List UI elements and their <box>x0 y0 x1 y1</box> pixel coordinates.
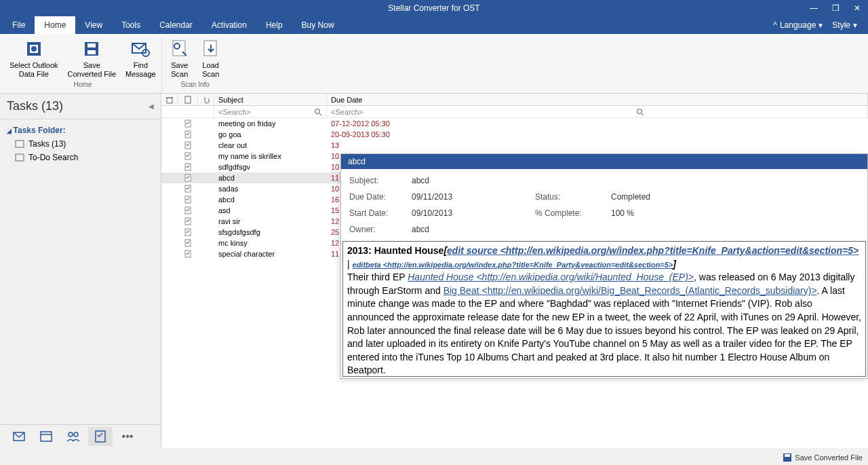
menu-activation[interactable]: Activation <box>202 16 256 34</box>
tree-root-tasks-folder[interactable]: Tasks Folder: <box>7 124 154 137</box>
menu-file[interactable]: File <box>3 16 35 34</box>
minimize-button[interactable]: — <box>807 3 821 13</box>
task-subject: sfsgdsfgsdfg <box>214 227 327 238</box>
people-icon <box>66 430 81 443</box>
mail-nav-button[interactable] <box>7 427 31 446</box>
task-subject: abcd <box>214 194 327 205</box>
task-row[interactable]: meeting on friday07-12-2012 05:30 <box>161 118 868 129</box>
load-scan-icon <box>200 38 222 60</box>
editbeta-link[interactable]: editbeta <http://en.wikipedia.org/w/inde… <box>353 261 673 269</box>
ellipsis-icon: ••• <box>122 430 134 443</box>
tasks-heading: Tasks (13) <box>7 99 63 113</box>
close-button[interactable]: ✕ <box>850 3 864 13</box>
select-outlook-data-file-button[interactable]: Select Outlook Data File <box>5 37 62 79</box>
svg-point-16 <box>68 432 73 436</box>
start-date-value: 09/10/2013 <box>412 208 534 218</box>
task-due-date: 13 <box>327 140 868 151</box>
svg-rect-11 <box>16 141 24 147</box>
mail-icon <box>12 430 26 443</box>
save-converted-file-button[interactable]: Save Converted File <box>64 37 121 79</box>
save-icon <box>81 38 102 60</box>
search-icon <box>314 108 322 116</box>
detail-body[interactable]: 2013: Haunted House[edit source <http://… <box>342 241 866 377</box>
task-item-icon <box>184 185 192 193</box>
attachment-column-header[interactable] <box>198 94 214 105</box>
contacts-nav-button[interactable] <box>61 427 85 446</box>
type-column-header[interactable] <box>178 94 198 105</box>
due-date-search-input[interactable]: <Search> <box>327 106 868 117</box>
ribbon-group-scan-info: Save Scan Load Scan Scan Info <box>163 37 227 93</box>
task-item-icon <box>184 228 192 236</box>
svg-rect-19 <box>167 98 172 103</box>
owner-label: Owner: <box>349 225 410 234</box>
edit-source-link[interactable]: edit source <http://en.wikipedia.org/w/i… <box>447 245 859 256</box>
language-dropdown[interactable]: ^ Language ▾ <box>773 20 823 30</box>
list-header: Subject Due Date <box>161 94 868 106</box>
task-folder-icon <box>15 139 24 149</box>
load-scan-button[interactable]: Load Scan <box>196 37 226 79</box>
left-panel-header: Tasks (13) ◀ <box>0 94 161 119</box>
menu-home[interactable]: Home <box>35 16 75 34</box>
menu-tools[interactable]: Tools <box>112 16 150 34</box>
collapse-panel-button[interactable]: ◀ <box>149 103 154 110</box>
delete-column-header[interactable] <box>161 94 178 105</box>
task-row[interactable]: go goa20-09-2013 05:30 <box>161 129 868 140</box>
find-message-button[interactable]: Find Message <box>121 37 160 79</box>
task-subject: my name is skrillex <box>214 151 327 162</box>
task-item-icon <box>184 206 192 215</box>
search-row: <Search> <Search> <box>161 106 868 118</box>
menu-bar: File Home View Tools Calendar Activation… <box>0 16 868 34</box>
calendar-nav-button[interactable] <box>34 427 58 446</box>
save-scan-icon <box>169 38 191 60</box>
save-scan-button[interactable]: Save Scan <box>165 37 195 79</box>
big-beat-link[interactable]: Big Beat <http://en.wikipedia.org/wiki/B… <box>443 285 817 296</box>
task-item-icon <box>184 163 192 171</box>
left-navigation-panel: Tasks (13) ◀ Tasks Folder: Tasks (13) To… <box>0 94 161 448</box>
ribbon-group-home: Select Outlook Data File Save Converted … <box>4 37 162 93</box>
status-bar: Save Converted File <box>777 450 868 465</box>
due-date-value: 09/11/2013 <box>412 192 534 202</box>
menu-view[interactable]: View <box>75 16 112 34</box>
task-subject: ravi sir <box>214 216 327 227</box>
status-label: Status: <box>535 192 610 202</box>
tasks-nav-button[interactable] <box>88 427 113 446</box>
task-due-date: 07-12-2012 05:30 <box>327 118 868 129</box>
tasks-icon <box>94 430 107 443</box>
tree-item-todo-search[interactable]: To-Do Search <box>7 151 154 164</box>
svg-rect-21 <box>185 96 191 103</box>
task-item-icon <box>184 196 192 204</box>
style-dropdown[interactable]: Style ▾ <box>832 20 857 30</box>
maximize-button[interactable]: ❐ <box>829 3 842 13</box>
bottom-navigation: ••• <box>0 424 161 448</box>
task-subject: clear out <box>214 140 327 151</box>
due-date-column-header[interactable]: Due Date <box>327 94 868 105</box>
status-text[interactable]: Save Converted File <box>795 453 863 462</box>
menu-buy-now[interactable]: Buy Now <box>292 16 344 34</box>
chevron-down-icon: ▾ <box>818 20 823 30</box>
detail-title: abcd <box>341 154 867 169</box>
task-detail-panel: abcd Subject: abcd Due Date: 09/11/2013 … <box>340 153 868 379</box>
save-icon <box>783 453 792 462</box>
svg-rect-18 <box>96 431 105 442</box>
svg-rect-4 <box>87 43 96 48</box>
svg-rect-14 <box>41 432 52 441</box>
subject-search-input[interactable]: <Search> <box>214 106 327 117</box>
outlook-file-icon <box>23 38 45 60</box>
detail-fields: Subject: abcd Due Date: 09/11/2013 Statu… <box>341 169 867 241</box>
task-subject: special character <box>214 248 327 259</box>
tree-item-tasks[interactable]: Tasks (13) <box>7 137 154 151</box>
percent-complete-value: 100 % <box>611 208 719 218</box>
svg-line-23 <box>319 113 321 115</box>
haunted-house-link[interactable]: Haunted House <http://en.wikipedia.org/w… <box>408 272 694 282</box>
subject-column-header[interactable]: Subject <box>214 94 327 105</box>
more-nav-button[interactable]: ••• <box>115 427 140 446</box>
menu-calendar[interactable]: Calendar <box>150 16 202 34</box>
menu-help[interactable]: Help <box>256 16 292 34</box>
calendar-icon <box>39 430 53 443</box>
task-row[interactable]: clear out13 <box>161 140 868 151</box>
title-bar: Stellar Converter for OST — ❐ ✕ <box>0 0 868 16</box>
search-folder-icon <box>15 153 24 162</box>
subject-label: Subject: <box>349 176 410 185</box>
task-subject: abcd <box>214 172 327 183</box>
task-subject: asd <box>214 205 327 216</box>
